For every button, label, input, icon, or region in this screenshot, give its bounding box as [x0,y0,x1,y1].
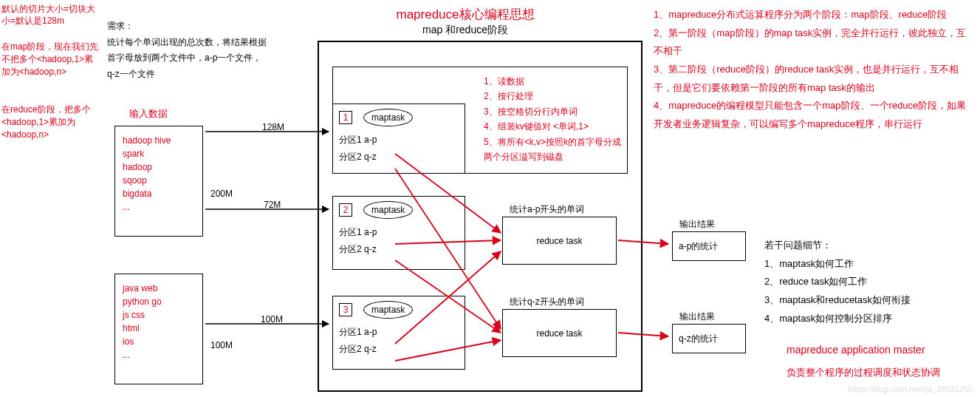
step-item: 2、按行处理 [484,89,624,104]
maptask-3-box: 3 maptask 分区1 a-p 分区2 q-z [332,296,465,370]
partition-2: 分区2 q-z [339,151,459,163]
map-steps: 1、读数据 2、按行处理 3、按空格切分行内单词 4、组装kv键值对 <单词,1… [484,74,624,164]
partition-2: 分区2 q-z [339,243,459,256]
partition-1: 分区1 a-p [339,134,459,146]
size-72m: 72M [264,200,281,210]
question-item: 4、maptask如何控制分区排序 [764,310,971,328]
maptask-number-3: 3 [339,303,352,316]
list-item: bigdata [123,189,195,199]
maptask-2-box: 2 maptask 分区1 a-p 分区2 q-z [332,196,465,270]
partition-1: 分区1 a-p [339,326,459,339]
question-item: 2、reduce task如何工作 [764,273,971,291]
step-item: 5、将所有<k,v>按照k的首字母分成两个分区溢写到磁盘 [484,135,624,165]
step-item: 4、组装kv键值对 <单词,1> [484,119,624,134]
output-value: q-z的统计 [679,333,718,345]
maptask-number-2: 2 [339,203,352,217]
req-line-1: 统计每个单词出现的总次数，将结果根据 [107,35,299,51]
output-heading-2: 输出结果 [679,311,715,323]
list-item: sqoop [123,175,195,186]
reduce-heading-2: 统计q-z开头的单词 [510,296,584,308]
input-file-2: java web python go js css html ios ... [114,274,203,384]
question-item: 1、maptask如何工作 [764,255,971,274]
req-line-2: 首字母放到两个文件中，a-p一个文件， [107,50,299,67]
list-item: ... [123,350,195,360]
maptask-label: maptask [363,301,413,319]
maptask-1-box: 1 maptask 分区1 a-p 分区2 q-z [332,104,465,174]
requirement-block: 需求： 统计每个单词出现的总次数，将结果根据 首字母放到两个文件中，a-p一个文… [107,18,299,82]
note-item: 4、mapreduce的编程模型只能包含一个map阶段、一个reduce阶段，如… [654,97,975,133]
note-item: 2、第一阶段（map阶段）的map task实例，完全并行运行，彼此独立，互不相… [654,24,975,61]
step-item: 1、读数据 [484,74,624,89]
app-master-title: mapreduce application master [787,344,925,356]
sub-title: map 和reduce阶段 [369,24,561,37]
main-title: mapreduce核心编程思想 [369,6,561,23]
req-line-3: q-z一个文件 [107,67,299,83]
list-item: hadoop [123,162,195,172]
note-reduce-phase: 在reduce阶段，把多个<hadoop,1>累加为<hadoop,n> [1,104,101,140]
reduce-task-label: reduce task [536,236,582,246]
output-box-2: q-z的统计 [672,324,746,353]
watermark: https://blog.csdn.net/qq_39331255 [848,384,973,393]
list-item: hadoop hive [123,135,195,146]
reduce-task-label: reduce task [536,328,582,339]
partition-1: 分区1 a-p [339,226,459,239]
question-item: 3、maptask和reducetask如何衔接 [764,291,971,310]
maptask-number-1: 1 [339,111,352,124]
output-heading-1: 输出结果 [679,218,715,231]
size-200m: 200M [210,189,233,199]
questions-block: 若干问题细节： 1、maptask如何工作 2、reduce task如何工作 … [764,237,971,328]
note-split-size: 默认的切片大小=切块大小=默认是128m [1,4,101,27]
reduce-task-1: reduce task [502,217,617,265]
questions-title: 若干问题细节： [764,237,971,255]
list-item: ios [123,336,195,347]
req-heading: 需求： [107,18,299,35]
size-100m-b: 100M [210,340,233,350]
output-box-1: a-p的统计 [672,231,746,261]
step-item: 3、按空格切分行内单词 [484,104,624,119]
note-item: 3、第二阶段（reduce阶段）的reduce task实例，也是并行运行，互不… [654,61,975,97]
reduce-heading-1: 统计a-p开头的单词 [510,203,584,216]
output-value: a-p的统计 [679,240,718,253]
partition-2: 分区2 q-z [339,343,459,356]
input-file-1: hadoop hive spark hadoop sqoop bigdata .… [114,126,203,237]
right-notes: 1、mapreduce分布式运算程序分为两个阶段：map阶段、reduce阶段 … [654,6,975,134]
size-100m-a: 100M [261,314,283,325]
reduce-task-2: reduce task [502,309,617,357]
note-map-phase: 在map阶段，现在我们先不把多个<hadoop,1>累加为<hadoop,n> [1,41,101,78]
list-item: python go [123,296,195,307]
input-data-label: 输入数据 [129,107,168,121]
app-master-desc: 负责整个程序的过程调度和状态协调 [787,366,940,379]
maptask-label: maptask [363,109,413,126]
maptask-label: maptask [363,201,413,219]
note-item: 1、mapreduce分布式运算程序分为两个阶段：map阶段、reduce阶段 [654,6,975,24]
list-item: spark [123,149,195,159]
list-item: java web [123,283,195,293]
size-128m: 128M [262,122,284,132]
list-item: js css [123,310,195,320]
list-item: html [123,323,195,333]
list-item: ... [123,202,195,212]
